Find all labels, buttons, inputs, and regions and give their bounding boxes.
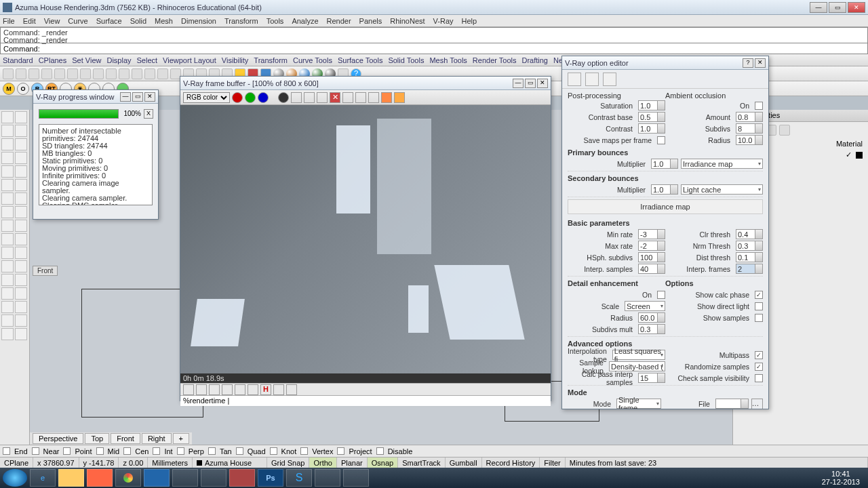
show-direct-check[interactable]	[755, 302, 763, 310]
taskbar-media-icon[interactable]	[87, 469, 113, 487]
surface-icon[interactable]	[1, 206, 14, 218]
cone-icon[interactable]	[15, 192, 27, 205]
pan-icon[interactable]	[119, 68, 130, 79]
join-icon[interactable]	[1, 260, 14, 272]
progress-log[interactable]: Number of intersectable primitives: 2474…	[39, 124, 153, 205]
fb-max-button[interactable]: ▭	[525, 79, 536, 88]
fb-save-icon[interactable]	[291, 92, 302, 103]
save-maps-check[interactable]	[657, 136, 665, 144]
revolve-icon[interactable]	[15, 220, 27, 232]
status-gumball[interactable]: Gumball	[446, 458, 482, 468]
sweep-icon[interactable]	[1, 233, 14, 245]
osnap-project-check[interactable]	[337, 447, 344, 455]
fb-tool-icon[interactable]	[196, 384, 207, 395]
menu-transform[interactable]: Transform	[224, 17, 258, 25]
tab-select[interactable]: Select	[137, 56, 158, 64]
polygon-icon[interactable]	[15, 152, 27, 164]
progress-min-button[interactable]: —	[120, 92, 131, 102]
fb-red-icon[interactable]	[232, 92, 243, 103]
line-icon[interactable]	[1, 125, 14, 137]
fb-channel-select[interactable]: RGB color	[183, 92, 230, 103]
taskbar-explorer-icon[interactable]	[58, 469, 84, 487]
mirror-icon[interactable]	[1, 301, 14, 313]
status-ortho[interactable]: Ortho	[309, 458, 337, 468]
fb-clear-icon[interactable]	[304, 92, 315, 103]
move-icon[interactable]	[1, 274, 14, 286]
tab-display[interactable]: Display	[106, 56, 131, 64]
color-swatch[interactable]	[856, 152, 863, 159]
fb-tool-icon[interactable]	[273, 384, 284, 395]
tool-icon[interactable]	[15, 328, 27, 340]
fb-tool-icon[interactable]	[183, 384, 194, 395]
tab-cplanes[interactable]: CPlanes	[39, 56, 67, 64]
start-button[interactable]	[3, 469, 27, 487]
fb-region-icon[interactable]	[342, 92, 353, 103]
osnap-vertex-check[interactable]	[300, 447, 308, 455]
polyline-icon[interactable]	[15, 125, 27, 137]
mode-select[interactable]: Single frame	[616, 399, 661, 409]
dist-thresh-input[interactable]: 0.1	[736, 252, 763, 262]
osnap-near-check[interactable]	[32, 447, 39, 455]
close-button[interactable]: ✕	[848, 2, 865, 13]
osnap-tan-check[interactable]	[208, 447, 216, 455]
array-icon[interactable]	[15, 301, 27, 313]
fb-clone-icon[interactable]	[317, 92, 328, 103]
opt-close-button[interactable]: ✕	[755, 58, 766, 68]
status-filter[interactable]: Filter	[540, 458, 565, 468]
cut-icon[interactable]	[54, 68, 65, 79]
menu-solid[interactable]: Solid	[130, 17, 146, 25]
taskbar-app-icon[interactable]	[144, 469, 170, 487]
osnap-cen-check[interactable]	[123, 447, 131, 455]
fb-green-icon[interactable]	[245, 92, 256, 103]
taskbar-ie-icon[interactable]: e	[30, 469, 56, 487]
curve-icon[interactable]	[1, 165, 14, 178]
paste-icon[interactable]	[80, 68, 91, 79]
lasso-icon[interactable]	[15, 111, 27, 123]
prop-tool-icon[interactable]	[779, 125, 790, 136]
tab-viewport[interactable]: Viewport Layout	[163, 56, 216, 64]
menu-dimension[interactable]: Dimension	[181, 17, 216, 25]
maximize-button[interactable]: ▭	[829, 2, 846, 13]
undo-icon[interactable]	[93, 68, 104, 79]
trim-icon[interactable]	[1, 247, 14, 259]
cylinder-icon[interactable]	[15, 179, 27, 191]
osnap-int-check[interactable]	[153, 447, 160, 455]
minimize-button[interactable]: —	[810, 2, 827, 13]
fb-min-button[interactable]: —	[513, 79, 524, 88]
scale-icon[interactable]	[15, 287, 27, 300]
rotate-icon[interactable]	[1, 287, 14, 300]
menu-render[interactable]: Render	[327, 17, 351, 25]
osnap-quad-check[interactable]	[236, 447, 243, 455]
taskbar-chrome-icon[interactable]	[115, 469, 141, 487]
fb-tool-icon[interactable]	[222, 384, 233, 395]
opt-save-icon[interactable]	[568, 73, 581, 86]
fb-history-icon[interactable]	[394, 92, 405, 103]
osnap-mid-check[interactable]	[96, 447, 104, 455]
vray-m-icon[interactable]: M	[3, 83, 15, 95]
tab-solidtools[interactable]: Solid Tools	[388, 56, 424, 64]
menu-help[interactable]: Help	[462, 17, 477, 25]
status-planar[interactable]: Planar	[337, 458, 368, 468]
viewtab-top[interactable]: Top	[85, 433, 109, 444]
tab-setview[interactable]: Set View	[72, 56, 101, 64]
taskbar-app-icon[interactable]	[172, 469, 198, 487]
contrast-input[interactable]: 1.0	[638, 123, 665, 134]
fb-tool-icon[interactable]	[235, 384, 245, 395]
progress-stop-button[interactable]: X	[144, 109, 153, 119]
hsph-input[interactable]: 100	[638, 252, 665, 262]
show-samples-check[interactable]	[755, 314, 763, 322]
taskbar-app-icon[interactable]	[229, 469, 255, 487]
min-rate-input[interactable]: -3	[638, 229, 665, 239]
osnap-end-check[interactable]	[3, 447, 10, 455]
tab-curvetools[interactable]: Curve Tools	[293, 56, 332, 64]
menu-mesh[interactable]: Mesh	[155, 17, 173, 25]
zoom-icon[interactable]	[144, 68, 155, 79]
frame-buffer-window[interactable]: V-Ray frame buffer - [100% of 800 x 600]…	[180, 76, 551, 401]
de-on-check[interactable]	[657, 291, 665, 299]
file-input[interactable]	[715, 399, 749, 409]
status-smarttrack[interactable]: SmartTrack	[398, 458, 445, 468]
menu-file[interactable]: File	[3, 17, 15, 25]
osnap-point-check[interactable]	[63, 447, 71, 455]
menu-edit[interactable]: Edit	[23, 17, 36, 25]
nrm-thresh-input[interactable]: 0.3	[736, 241, 763, 251]
